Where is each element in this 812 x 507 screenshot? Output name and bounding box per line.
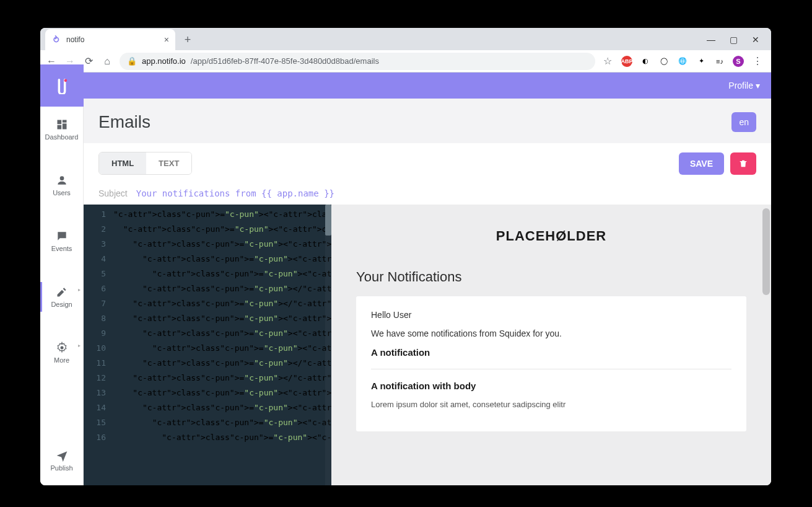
reload-icon[interactable]: ⟳	[82, 55, 95, 68]
code-scrollbar-thumb[interactable]	[325, 205, 331, 236]
address-bar[interactable]: 🔒 app.notifo.io/app/d51d6feb-87ff-407e-8…	[120, 53, 595, 70]
svg-point-1	[59, 176, 64, 180]
app-topbar: Profile ▾	[40, 73, 771, 99]
chevron-right-icon: ▸	[78, 287, 81, 293]
email-preview: PLACEHØLDER Your Notifications Hello Use…	[331, 205, 771, 485]
media-icon[interactable]: ≡♪	[714, 56, 725, 67]
save-button[interactable]: SAVE	[679, 152, 724, 175]
language-selector[interactable]: en	[731, 112, 756, 132]
adblock-icon[interactable]: ABP	[621, 56, 632, 67]
delete-button[interactable]	[730, 152, 756, 175]
sidebar-label: Publish	[50, 464, 72, 472]
favicon: ⥁	[51, 35, 61, 45]
star-icon[interactable]: ☆	[601, 55, 614, 68]
sidebar-item-publish[interactable]: Publish	[40, 442, 83, 479]
tab-title: notifo	[66, 35, 164, 44]
user-icon	[56, 174, 68, 187]
sidebar-item-design[interactable]: Design ▸	[40, 278, 83, 315]
tab-close-icon[interactable]: ×	[164, 35, 169, 45]
new-tab-button[interactable]: +	[179, 31, 196, 48]
extension-icon-2[interactable]: ◯	[658, 56, 670, 67]
trash-icon	[738, 159, 748, 169]
sidebar-label: More	[54, 356, 69, 364]
url-host: app.notifo.io	[142, 56, 186, 66]
browser-window: ⥁ notifo × + — ▢ ✕ ← → ⟳ ⌂ 🔒 app.notifo.…	[40, 28, 771, 485]
maximize-icon[interactable]: ▢	[728, 34, 739, 45]
preview-divider	[371, 369, 731, 369]
app-root: Profile ▾ Dashboard Users Events	[40, 73, 771, 485]
sidebar-label: Dashboard	[45, 133, 79, 141]
profile-label: Profile	[728, 81, 753, 90]
line-gutter: 12345678910111213141516	[84, 205, 111, 447]
url-path: /app/d51d6feb-87ff-407e-85fe-3d480d0d8ba…	[191, 56, 379, 66]
page-title: Emails	[98, 112, 151, 132]
preview-heading: Your Notifications	[356, 269, 746, 285]
events-icon	[56, 230, 68, 242]
chevron-right-icon: ▸	[78, 343, 81, 348]
profile-menu[interactable]: Profile ▾	[728, 81, 760, 90]
subject-input[interactable]: Your notifications from {{ app.name }}	[136, 188, 334, 198]
editor-split: 12345678910111213141516 "c-attr">class"c…	[84, 205, 771, 485]
menu-icon[interactable]: ⋮	[751, 55, 764, 68]
sidebar-item-users[interactable]: Users	[40, 167, 83, 204]
lock-icon: 🔒	[127, 56, 137, 66]
preview-card: Hello User We have some notifications fr…	[356, 296, 746, 431]
browser-titlebar: ⥁ notifo × + — ▢ ✕	[40, 28, 771, 50]
code-content[interactable]: "c-attr">class"c-pun">="c-pun"><"c-attr"…	[84, 205, 331, 447]
subject-label: Subject	[98, 188, 128, 198]
window-controls: — ▢ ✕	[696, 28, 771, 51]
preview-scrollbar-thumb[interactable]	[762, 208, 770, 295]
tab-html[interactable]: HTML	[99, 152, 146, 174]
sidebar: Dashboard Users Events Design ▸ Mo	[40, 99, 84, 485]
profile-avatar[interactable]: S	[733, 56, 744, 67]
app-body: Dashboard Users Events Design ▸ Mo	[40, 99, 771, 485]
toolbar-extensions: ☆ ABP ◐ ◯ 🌐 ✦ ≡♪ S ⋮	[601, 55, 766, 68]
sidebar-label: Users	[53, 189, 71, 196]
design-icon	[56, 286, 68, 298]
svg-point-0	[64, 79, 68, 82]
code-editor[interactable]: 12345678910111213141516 "c-attr">class"c…	[84, 205, 331, 485]
minimize-icon[interactable]: —	[705, 34, 717, 45]
preview-greeting: Hello User	[371, 310, 731, 320]
browser-tab[interactable]: ⥁ notifo ×	[45, 29, 175, 50]
app-logo[interactable]	[40, 64, 84, 107]
sidebar-label: Events	[51, 245, 72, 252]
main-content: Emails en HTML TEXT SAVE	[84, 99, 771, 485]
close-window-icon[interactable]: ✕	[750, 34, 761, 45]
preview-notif2-body: Lorem ipsum dolor sit amet, consetetur s…	[371, 400, 731, 409]
dashboard-icon	[56, 118, 68, 131]
tab-text[interactable]: TEXT	[146, 152, 191, 174]
preview-scrollbar-track[interactable]	[762, 205, 770, 485]
extensions-puzzle-icon[interactable]: ✦	[696, 56, 707, 67]
format-tabs: HTML TEXT	[98, 152, 192, 175]
page-header: Emails en	[84, 99, 771, 143]
sidebar-item-dashboard[interactable]: Dashboard	[40, 111, 83, 148]
extension-icon[interactable]: ◐	[640, 56, 651, 67]
subject-row: Subject Your notifications from {{ app.n…	[84, 183, 771, 205]
editor-toolbar: HTML TEXT SAVE	[84, 143, 771, 183]
send-icon	[56, 449, 68, 462]
home-icon[interactable]: ⌂	[101, 55, 113, 68]
translate-icon[interactable]: 🌐	[677, 56, 688, 67]
chevron-down-icon: ▾	[756, 81, 760, 90]
sidebar-item-events[interactable]: Events	[40, 223, 83, 260]
gear-icon	[56, 342, 68, 354]
address-bar-row: ← → ⟳ ⌂ 🔒 app.notifo.io/app/d51d6feb-87f…	[40, 50, 771, 73]
code-scrollbar-track[interactable]	[325, 205, 331, 485]
preview-notif2-title: A notification with body	[371, 381, 731, 391]
svg-point-2	[60, 346, 63, 350]
sidebar-item-more[interactable]: More ▸	[40, 334, 83, 371]
preview-notif1-title: A notification	[371, 347, 731, 358]
preview-logo-placeholder: PLACEHØLDER	[356, 228, 746, 244]
sidebar-label: Design	[51, 301, 72, 308]
preview-intro: We have some notifications from Squidex …	[371, 328, 731, 338]
